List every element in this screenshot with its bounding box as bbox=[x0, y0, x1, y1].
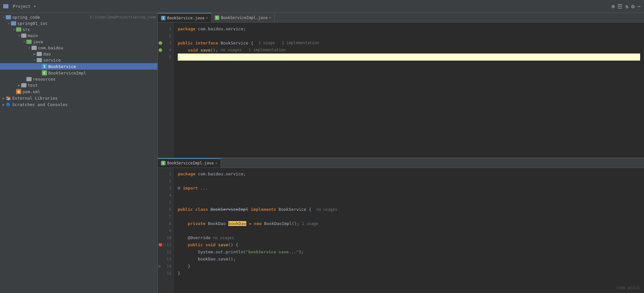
sidebar-item-ExternalLibraries[interactable]: ▶📚External Libraries bbox=[0, 95, 157, 101]
code-text: ... bbox=[198, 186, 208, 190]
line-number-bottom-1: 1 bbox=[158, 171, 174, 178]
tree-arrow-service[interactable]: ▾ bbox=[32, 58, 37, 63]
tree-arrow-spring01_ioc[interactable]: ▾ bbox=[6, 21, 11, 26]
tree-arrow-com.baidou[interactable]: ▾ bbox=[27, 46, 32, 50]
code-line-top-5: } bbox=[178, 54, 640, 61]
collapse-icon[interactable]: ⇅ bbox=[625, 3, 629, 10]
code-text bbox=[178, 242, 188, 247]
code-text bbox=[178, 235, 188, 240]
tree-label-pom.xml: pom.xml bbox=[23, 89, 156, 94]
keyword: interface bbox=[195, 41, 218, 45]
tree-arrow-resources[interactable] bbox=[22, 77, 26, 82]
strikethrough-text: BookServiceImpl bbox=[211, 207, 248, 212]
sidebar-item-spring_code[interactable]: ▾spring_codeE:\Code\IdeaProject\spring_c… bbox=[0, 14, 157, 20]
sidebar-item-ScratchesAndConsoles[interactable]: ▶🔵Scratches and Consoles bbox=[0, 101, 157, 108]
sidebar-item-main[interactable]: ▾main bbox=[0, 33, 157, 39]
code-hint: 1 usage bbox=[302, 221, 318, 226]
java-folder-icon bbox=[26, 40, 32, 44]
line-number-bottom-14: ⊟14 bbox=[158, 263, 174, 270]
sidebar-item-service[interactable]: ▾service bbox=[0, 57, 157, 63]
tree-hint-spring_code: E:\Code\IdeaProject\spring_code bbox=[90, 15, 156, 19]
code-text: System. bbox=[178, 249, 215, 254]
tree-arrow-spring_code[interactable]: ▾ bbox=[1, 15, 6, 20]
code-text bbox=[205, 221, 208, 226]
tree-arrow-BookService[interactable] bbox=[37, 64, 42, 69]
minimize-icon[interactable]: − bbox=[637, 3, 641, 10]
settings-icon[interactable]: ⚙ bbox=[631, 3, 635, 10]
sidebar-item-com.baidou[interactable]: ▾com.baidou bbox=[0, 45, 157, 51]
top-code-content[interactable]: package com.baidou.service;public interf… bbox=[174, 23, 644, 158]
tree-arrow-src[interactable]: ▾ bbox=[12, 27, 16, 32]
line-number-bottom-11: 🔴🛡11 bbox=[158, 241, 174, 249]
gutter-icon-3[interactable]: 🟢 bbox=[158, 41, 162, 45]
line-number-top-4: 🟢4 bbox=[158, 46, 174, 54]
sidebar-item-BookService[interactable]: IBookService bbox=[0, 63, 157, 70]
tree-arrow-main[interactable]: ▾ bbox=[17, 34, 21, 38]
sidebar-item-src[interactable]: ▾src bbox=[0, 26, 157, 33]
tab-BookServiceImpl[interactable]: CBookServiceImpl.java× bbox=[212, 13, 275, 22]
code-text: .println( bbox=[223, 249, 246, 254]
code-text bbox=[203, 242, 205, 247]
code-text: } bbox=[178, 271, 180, 276]
classname: BookDao bbox=[208, 221, 226, 226]
sidebar-item-BookServiceImpl[interactable]: CBookServiceImpl bbox=[0, 70, 157, 76]
bottom-tab-close-BookServiceImpl[interactable]: × bbox=[215, 161, 218, 165]
tab-close-BookServiceImpl[interactable]: × bbox=[269, 15, 271, 20]
line-number-bottom-4: 4 bbox=[158, 192, 174, 199]
tree-arrow-ExternalLibraries[interactable]: ▶ bbox=[1, 96, 6, 100]
fold-close-icon-14[interactable]: ⊟ bbox=[158, 264, 160, 268]
code-text: { bbox=[248, 41, 256, 45]
libraries-icon: 📚 bbox=[6, 95, 11, 101]
code-line-bottom-11: public void save() { bbox=[178, 241, 640, 249]
sidebar-item-test[interactable]: ▶test bbox=[0, 82, 157, 88]
folder-blue-icon bbox=[11, 21, 16, 25]
tab-close-BookService[interactable]: × bbox=[206, 16, 208, 20]
tree-arrow-ScratchesAndConsoles[interactable]: ▶ bbox=[1, 102, 6, 107]
tree-arrow-BookServiceImpl[interactable] bbox=[37, 71, 42, 75]
classname: BookService bbox=[279, 207, 306, 212]
tab-BookService[interactable]: IBookService.java× bbox=[158, 13, 212, 22]
code-line-bottom-4 bbox=[178, 192, 640, 199]
tree-arrow-test[interactable]: ▶ bbox=[17, 83, 21, 88]
top-editor-pane: 12🟢3🟢45 package com.baidou.service;publi… bbox=[158, 23, 644, 158]
sidebar-item-java[interactable]: ▾java bbox=[0, 39, 157, 45]
code-line-bottom-14: } bbox=[178, 263, 640, 270]
highlighted-word: bookDao bbox=[228, 221, 247, 226]
tree-arrow-dao[interactable]: ▶ bbox=[32, 52, 37, 56]
code-text: (); bbox=[211, 48, 218, 53]
code-line-bottom-15: } bbox=[178, 270, 640, 277]
project-dropdown-arrow[interactable]: ▾ bbox=[34, 4, 36, 8]
tree-label-java: java bbox=[33, 39, 156, 44]
toolbar-actions: ⊕ ☰ ⇅ ⚙ − bbox=[611, 3, 641, 10]
sidebar-item-resources[interactable]: resources bbox=[0, 76, 157, 82]
folder-gray-icon bbox=[26, 77, 32, 81]
gutter-icon-4[interactable]: 🟢 bbox=[158, 48, 162, 52]
sidebar-item-spring01_ioc[interactable]: ▾spring01_ioc bbox=[0, 20, 157, 26]
tree-label-ScratchesAndConsoles: Scratches and Consoles bbox=[12, 102, 156, 107]
keyword: public bbox=[178, 207, 193, 212]
sidebar-item-pom.xml[interactable]: mpom.xml bbox=[0, 88, 157, 95]
keyword: class bbox=[195, 207, 208, 212]
gutter-up-arrow-11[interactable]: 🔴 bbox=[158, 243, 162, 247]
line-number-bottom-10: 10 bbox=[158, 234, 174, 241]
bottom-tab-BookServiceImpl[interactable]: CBookServiceImpl.java× bbox=[158, 158, 221, 168]
title-bar: Project ▾ ⊕ ☰ ⇅ ⚙ − bbox=[0, 0, 644, 13]
editor-area: IBookService.java×CBookServiceImpl.java×… bbox=[158, 13, 644, 293]
sidebar-item-dao[interactable]: ▶dao bbox=[0, 51, 157, 57]
line-number-bottom-8: 8 bbox=[158, 220, 174, 227]
bottom-code-content[interactable]: package com.baidou.service;⊟ import ...p… bbox=[174, 168, 644, 293]
code-line-top-1: package com.baidou.service; bbox=[178, 25, 640, 32]
align-icon[interactable]: ☰ bbox=[617, 3, 622, 10]
tree-arrow-java[interactable]: ▾ bbox=[22, 40, 26, 44]
top-tab-bar: IBookService.java×CBookServiceImpl.java× bbox=[158, 13, 644, 23]
bottom-tab-label-BookServiceImpl: BookServiceImpl.java bbox=[167, 161, 214, 165]
tree-arrow-pom.xml[interactable] bbox=[12, 89, 16, 94]
project-title: Project bbox=[13, 4, 31, 9]
top-line-numbers: 12🟢3🟢45 bbox=[158, 23, 174, 158]
keyword: void bbox=[205, 242, 215, 247]
add-icon[interactable]: ⊕ bbox=[611, 3, 615, 10]
code-text: { bbox=[306, 207, 314, 212]
classname: BookService bbox=[221, 41, 248, 45]
code-line-bottom-12: System.out.println("bookService save..."… bbox=[178, 249, 640, 256]
sidebar: ▾spring_codeE:\Code\IdeaProject\spring_c… bbox=[0, 13, 158, 293]
